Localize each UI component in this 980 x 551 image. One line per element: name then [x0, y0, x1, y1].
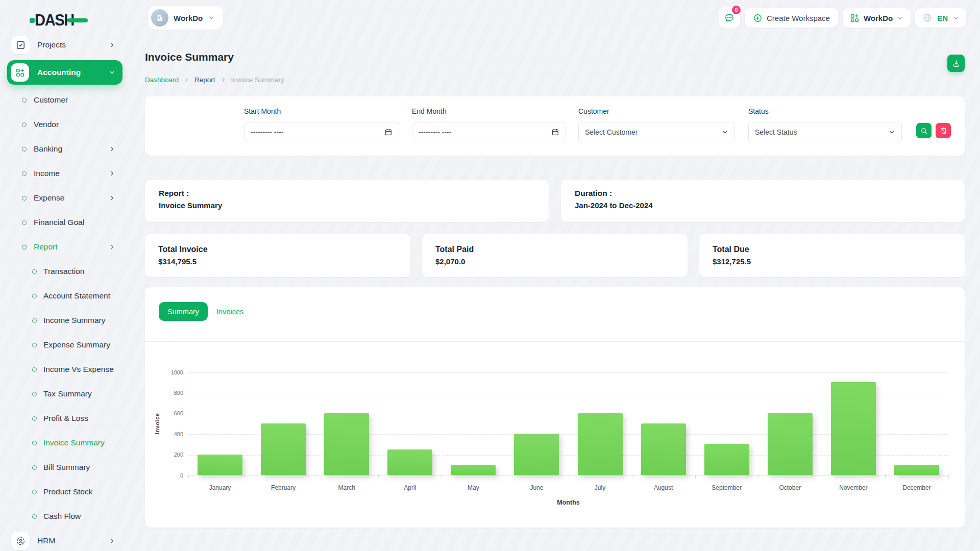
- create-workspace-label: Create Workspace: [767, 14, 830, 22]
- sidebar-item-product-stock[interactable]: Product Stock: [0, 480, 133, 504]
- sidebar-item-profit-loss[interactable]: Profit & Loss: [0, 406, 133, 431]
- x-axis-tick: [188, 475, 189, 478]
- bar-february: [261, 423, 306, 475]
- breadcrumb-report[interactable]: Report: [194, 76, 215, 84]
- sidebar-item-label: Customer: [34, 95, 68, 105]
- sidebar-item-accounting[interactable]: Accounting: [7, 60, 122, 85]
- sidebar-item-label: Financial Goal: [34, 218, 84, 227]
- sidebar-item-account-statement[interactable]: Account Statement: [0, 284, 133, 308]
- sidebar-item-banking[interactable]: Banking: [0, 137, 133, 161]
- sidebar-item-income-vs-expense[interactable]: Income Vs Expense: [0, 357, 133, 382]
- language-selector[interactable]: EN: [915, 8, 966, 28]
- sidebar-item-tax-summary[interactable]: Tax Summary: [0, 382, 133, 406]
- workspace-switcher[interactable]: WorkDo: [148, 6, 223, 30]
- dash-logo[interactable]: DASH: [35, 11, 77, 30]
- sidebar-item-label: Accounting: [37, 68, 81, 77]
- status-select[interactable]: Select Status: [748, 122, 902, 142]
- reset-filter-button[interactable]: [936, 123, 951, 138]
- workspace-avatar: [151, 9, 168, 27]
- customer-select[interactable]: Select Customer: [578, 122, 735, 142]
- x-axis-tick: [885, 475, 886, 478]
- logo-row: DASH: [0, 0, 133, 33]
- breadcrumb-dashboard[interactable]: Dashboard: [145, 76, 179, 84]
- sidebar-item-income[interactable]: Income: [0, 161, 133, 186]
- x-axis-tick-label: January: [188, 484, 252, 491]
- sidebar-item-expense-summary[interactable]: Expense Summary: [0, 333, 133, 357]
- sidebar-item-label: Expense: [34, 193, 64, 203]
- download-report-button[interactable]: [947, 55, 965, 72]
- y-axis-tick-label: 400: [160, 431, 183, 437]
- chevron-right-icon: [108, 41, 116, 49]
- page-title: Invoice Summary: [145, 51, 284, 63]
- sidebar-nav: ProjectsAccountingCustomerVendorBankingI…: [0, 33, 133, 551]
- workdo-menu-button[interactable]: WorkDo: [843, 8, 911, 28]
- sidebar-item-invoice-summary[interactable]: Invoice Summary: [0, 431, 133, 455]
- end-month-label: End Month: [412, 107, 447, 115]
- total-due-card: Total Due$312,725.5: [699, 234, 965, 277]
- start-month-input[interactable]: --------- ----: [244, 122, 399, 142]
- sidebar-item-cash-flow[interactable]: Cash Flow: [0, 504, 133, 529]
- sidebar-item-income-summary[interactable]: Income Summary: [0, 308, 133, 333]
- chevron-right-icon: [108, 243, 116, 251]
- circle-icon: [21, 195, 27, 201]
- y-axis-tick-label: 1000: [160, 369, 183, 375]
- sidebar-item-expense[interactable]: Expense: [0, 186, 133, 210]
- x-axis-tick-label: March: [315, 484, 378, 491]
- language-label: EN: [937, 14, 948, 22]
- circle-icon: [32, 416, 37, 421]
- sidebar-item-transaction[interactable]: Transaction: [0, 259, 133, 284]
- sidebar-item-customer[interactable]: Customer: [0, 88, 133, 112]
- bar-october: [768, 413, 813, 475]
- x-axis-tick: [822, 475, 822, 478]
- sidebar-item-projects[interactable]: Projects: [0, 33, 133, 57]
- create-workspace-button[interactable]: Create Workspace: [745, 8, 838, 28]
- calendar-icon: [384, 128, 393, 136]
- sidebar-item-vendor[interactable]: Vendor: [0, 112, 133, 137]
- bar-may: [451, 465, 496, 475]
- circle-icon: [32, 342, 37, 348]
- total-value: $2,070.0: [435, 257, 688, 266]
- sidebar-item-report[interactable]: Report: [0, 235, 133, 259]
- circle-icon: [21, 220, 27, 226]
- chevron-down-icon: [952, 15, 959, 21]
- apply-filter-button[interactable]: [916, 123, 932, 138]
- sidebar-item-hrm[interactable]: HRM: [0, 529, 133, 551]
- sidebar-item-label: Report: [34, 242, 58, 252]
- duration-card-value: Jan-2024 to Dec-2024: [575, 201, 951, 210]
- messages-button[interactable]: 0: [719, 7, 740, 29]
- bar-june: [514, 434, 559, 475]
- sidebar-item-bill-summary[interactable]: Bill Summary: [0, 455, 133, 480]
- sidebar-item-label: Banking: [34, 144, 62, 154]
- sidebar-item-financial-goal[interactable]: Financial Goal: [0, 210, 133, 235]
- circle-icon: [32, 269, 37, 274]
- y-axis-tick-label: 800: [160, 390, 183, 396]
- bar-march: [324, 413, 369, 475]
- total-label: Total Due: [713, 245, 965, 254]
- x-axis-tick-label: August: [632, 484, 695, 491]
- report-card-label: Report :: [159, 189, 535, 198]
- sidebar-item-label: Transaction: [43, 267, 84, 276]
- end-month-input[interactable]: --------- ----: [412, 122, 566, 142]
- total-label: Total Invoice: [158, 245, 410, 254]
- sidebar-item-label: Income: [34, 169, 60, 178]
- bar-august: [641, 423, 686, 475]
- sidebar-item-label: Income Summary: [43, 316, 105, 325]
- chevron-right-icon: [108, 145, 116, 153]
- x-axis-tick-label: February: [252, 484, 315, 491]
- bar-september: [704, 444, 749, 475]
- circle-icon: [32, 465, 37, 470]
- breadcrumb: Dashboard Report Invoice Summary: [145, 76, 284, 84]
- y-axis-tick-label: 200: [160, 452, 183, 458]
- plus-circle-icon: [753, 13, 763, 23]
- chevron-right-icon: [108, 170, 116, 178]
- grid-plus-icon: [850, 13, 860, 23]
- chevron-down-icon: [897, 15, 903, 21]
- tab-invoices[interactable]: Invoices: [216, 308, 243, 316]
- x-axis-tick-label: April: [378, 484, 442, 491]
- chevron-down-icon: [888, 129, 895, 136]
- x-axis-tick: [695, 475, 696, 478]
- logo-dot-icon: [30, 18, 35, 23]
- circle-icon: [32, 318, 37, 323]
- tab-summary[interactable]: Summary: [159, 302, 208, 321]
- chevron-down-icon: [108, 69, 116, 77]
